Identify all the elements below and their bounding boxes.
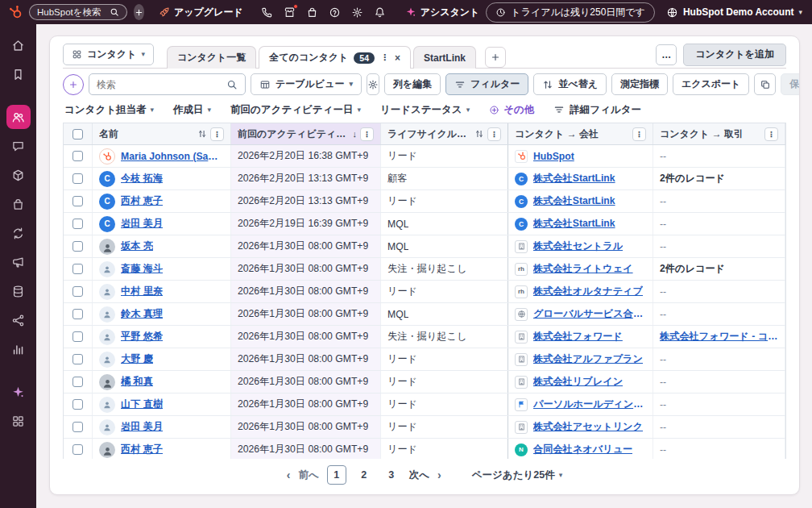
- assistant-button[interactable]: アシスタント: [405, 6, 480, 19]
- row-checkbox[interactable]: [72, 241, 83, 252]
- view-tab-startlink[interactable]: StartLink: [413, 46, 476, 69]
- sidebar-item-contacts[interactable]: [6, 105, 31, 129]
- sidebar-item-marketing[interactable]: [6, 250, 31, 274]
- column-menu-icon[interactable]: ⋮: [360, 127, 374, 141]
- quick-filter-0[interactable]: コンタクト担当者▾: [64, 103, 154, 117]
- account-menu[interactable]: HubSpot Demo Account ▾: [666, 6, 802, 19]
- row-checkbox[interactable]: [72, 173, 83, 184]
- upgrade-button[interactable]: アップグレード: [159, 6, 243, 19]
- contact-name-link[interactable]: 岩田 美月: [121, 420, 163, 434]
- column-header-name[interactable]: 名前 ⋮: [93, 123, 231, 144]
- row-checkbox[interactable]: [72, 219, 83, 229]
- more-filters-button[interactable]: その他: [489, 103, 534, 117]
- company-link[interactable]: 合同会社ネオバリュー: [533, 443, 632, 456]
- add-contact-button[interactable]: コンタクトを追加: [683, 44, 786, 66]
- filter-button[interactable]: フィルター: [445, 73, 528, 95]
- company-link[interactable]: 株式会社StartLink: [533, 217, 615, 231]
- calling-icon[interactable]: [261, 6, 273, 19]
- quick-filter-3[interactable]: リードステータス▾: [380, 103, 470, 117]
- quick-create-button[interactable]: [63, 74, 84, 95]
- view-settings-button[interactable]: [367, 73, 379, 95]
- column-menu-icon[interactable]: ⋮: [632, 127, 646, 141]
- deal-link[interactable]: 株式会社フォワード - コンサ...: [660, 330, 778, 344]
- contact-name-link[interactable]: 岩田 美月: [121, 217, 163, 231]
- company-link[interactable]: 株式会社StartLink: [533, 172, 615, 185]
- row-checkbox[interactable]: [72, 377, 83, 387]
- page-button-1[interactable]: 1: [327, 465, 346, 485]
- contact-name-link[interactable]: Maria Johnson (Samp...: [121, 151, 224, 162]
- row-checkbox[interactable]: [72, 196, 83, 206]
- company-link[interactable]: 株式会社StartLink: [533, 194, 615, 208]
- sort-toggle-icon[interactable]: [197, 129, 207, 139]
- column-menu-icon[interactable]: ⋮: [210, 127, 224, 141]
- sidebar-item-integrations[interactable]: [6, 308, 31, 332]
- view-tab-contact-list[interactable]: コンタクト一覧: [167, 46, 256, 69]
- company-link[interactable]: 株式会社ライトウェイ: [533, 262, 633, 276]
- contact-name-link[interactable]: 鈴木 真理: [121, 307, 163, 321]
- add-view-button[interactable]: [485, 47, 506, 68]
- page-button-3[interactable]: 3: [382, 465, 401, 485]
- quick-filter-2[interactable]: 前回のアクティビティー日▾: [230, 103, 361, 117]
- column-header-lifecycle-stage[interactable]: ライフサイクルステージ ⋮: [381, 123, 508, 144]
- contact-name-link[interactable]: 西村 恵子: [121, 194, 163, 208]
- edit-columns-button[interactable]: 列を編集: [384, 73, 441, 95]
- page-button-2[interactable]: 2: [354, 465, 374, 485]
- company-link[interactable]: 株式会社セントラル: [533, 239, 623, 253]
- list-search-input[interactable]: [97, 79, 222, 90]
- view-tab-all-contacts[interactable]: 全てのコンタクト 54 ⋮ ×: [259, 46, 411, 69]
- contact-name-link[interactable]: 平野 悠希: [121, 330, 163, 344]
- prev-page-button[interactable]: 前へ: [299, 468, 319, 482]
- column-header-company[interactable]: コンタクト → 会社 ⋮: [508, 123, 653, 144]
- select-all-checkbox[interactable]: [72, 129, 83, 139]
- sidebar-item-automations[interactable]: [6, 221, 31, 245]
- row-checkbox[interactable]: [72, 286, 83, 297]
- row-checkbox[interactable]: [72, 444, 83, 455]
- save-view-button[interactable]: 保存: [781, 73, 800, 95]
- company-link[interactable]: 株式会社リブレイン: [533, 375, 623, 389]
- page-size-select[interactable]: ページあたり25件 ▾: [472, 468, 562, 482]
- company-link[interactable]: パーソルホールディング...: [533, 398, 646, 411]
- more-actions-button[interactable]: …: [656, 44, 677, 65]
- company-link[interactable]: 株式会社フォワード: [533, 330, 623, 344]
- quick-filter-1[interactable]: 作成日▾: [173, 103, 211, 117]
- company-link[interactable]: グローバルサービス合同...: [533, 307, 646, 321]
- company-link[interactable]: HubSpot: [533, 151, 574, 162]
- row-checkbox[interactable]: [72, 331, 83, 342]
- row-checkbox[interactable]: [72, 399, 83, 410]
- advanced-filters-button[interactable]: 詳細フィルター: [553, 103, 641, 117]
- row-checkbox[interactable]: [72, 151, 83, 161]
- sidebar-item-reporting[interactable]: [6, 337, 31, 361]
- contact-name-link[interactable]: 橘 和真: [121, 375, 153, 389]
- next-page-button[interactable]: 次へ: [409, 468, 429, 482]
- clone-view-button[interactable]: [754, 73, 776, 95]
- sidebar-item-crm-database[interactable]: [6, 279, 31, 303]
- company-link[interactable]: 株式会社アセットリンク: [533, 420, 643, 434]
- sidebar-item-ai-assistant[interactable]: [6, 380, 31, 404]
- global-search-input[interactable]: HubSpotを検索: [29, 4, 127, 20]
- global-create-button[interactable]: [134, 4, 144, 20]
- tab-options-icon[interactable]: ⋮: [380, 52, 389, 63]
- row-checkbox[interactable]: [72, 422, 83, 432]
- sidebar-item-products[interactable]: [6, 163, 31, 187]
- sidebar-item-bookmarks[interactable]: [6, 62, 31, 86]
- metrics-button[interactable]: 測定指標: [611, 73, 668, 95]
- sidebar-item-home[interactable]: [6, 33, 31, 57]
- object-type-switcher[interactable]: コンタクト ▾: [63, 44, 154, 65]
- column-header-deal[interactable]: コンタクト → 取引 ⋮: [653, 123, 785, 144]
- commerce-icon[interactable]: [306, 6, 318, 19]
- contact-name-link[interactable]: 西村 恵子: [121, 443, 163, 456]
- column-menu-icon[interactable]: ⋮: [487, 127, 501, 141]
- marketplace-icon[interactable]: [284, 6, 296, 19]
- row-checkbox[interactable]: [72, 264, 83, 274]
- contact-name-link[interactable]: 山下 直樹: [121, 398, 163, 411]
- company-link[interactable]: 株式会社オルタナティブ: [533, 285, 643, 298]
- contact-name-link[interactable]: 大野 慶: [121, 352, 153, 366]
- sidebar-item-commerce[interactable]: [6, 192, 31, 216]
- view-type-dropdown[interactable]: テーブルビュー ▾: [251, 73, 362, 95]
- row-checkbox[interactable]: [72, 309, 83, 319]
- export-button[interactable]: エクスポート: [673, 73, 749, 95]
- settings-icon[interactable]: [351, 6, 363, 19]
- hubspot-logo-icon[interactable]: [8, 5, 23, 19]
- sidebar-item-conversations[interactable]: [6, 134, 31, 158]
- company-link[interactable]: 株式会社アルファプラン: [533, 352, 643, 366]
